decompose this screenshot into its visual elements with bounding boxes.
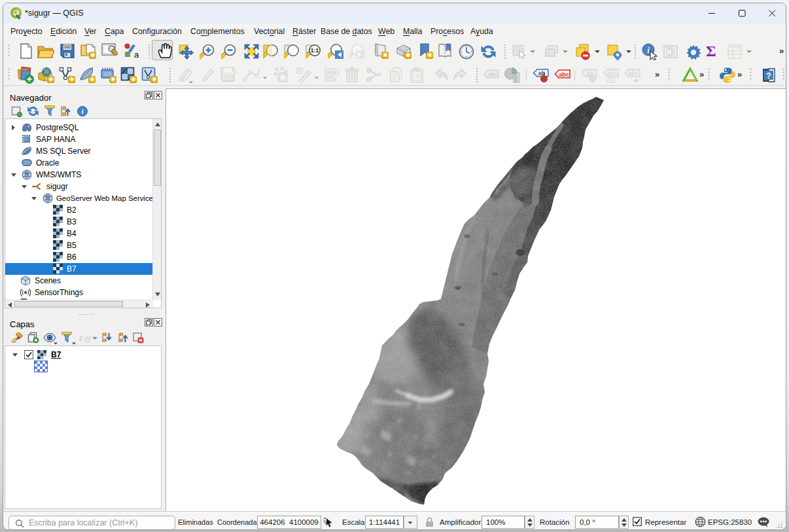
svg-text:?: ? <box>766 71 771 80</box>
svg-text:abc: abc <box>607 70 617 77</box>
svg-text:i: i <box>647 45 650 55</box>
svg-text:abc: abc <box>487 71 498 78</box>
svg-text:✳: ✳ <box>405 51 412 59</box>
svg-text:ε: ε <box>79 333 83 343</box>
svg-text:✳: ✳ <box>382 51 389 59</box>
svg-text:✳: ✳ <box>151 75 158 83</box>
svg-text:abc: abc <box>559 71 569 78</box>
svg-text:✳: ✳ <box>130 75 137 83</box>
svg-text:✳: ✳ <box>279 73 286 82</box>
svg-text:✳: ✳ <box>110 75 116 83</box>
svg-text:✳: ✳ <box>69 75 75 83</box>
svg-text:✳: ✳ <box>48 75 54 83</box>
svg-text:1:1: 1:1 <box>311 47 319 54</box>
svg-text:abc: abc <box>629 70 639 77</box>
svg-text:✳: ✳ <box>89 75 96 83</box>
svg-text:✳: ✳ <box>427 51 433 59</box>
svg-text:a: a <box>134 50 139 59</box>
svg-text:✳: ✳ <box>90 51 96 59</box>
